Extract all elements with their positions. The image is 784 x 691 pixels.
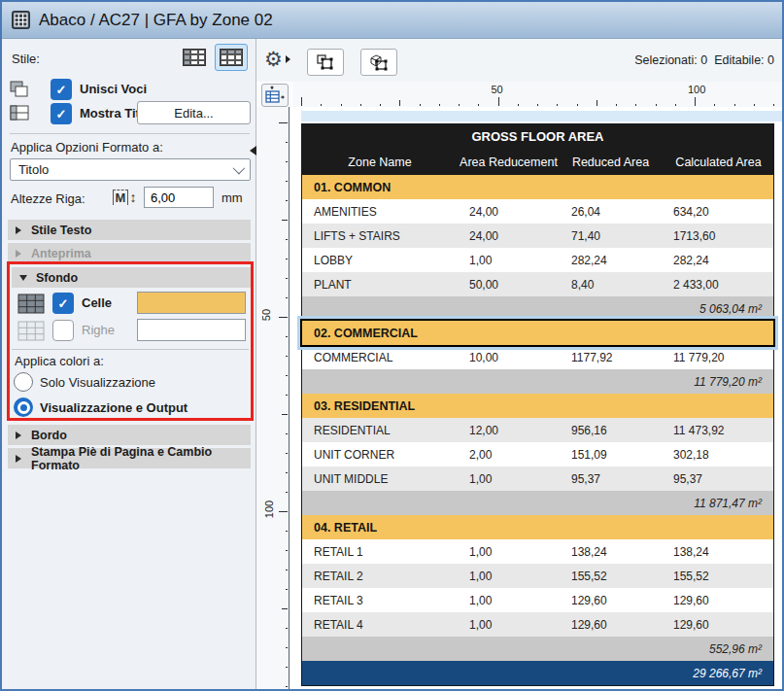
radio-display-only[interactable] — [14, 372, 33, 392]
section-footer-format[interactable]: Stampa Piè di Pagina e Cambio Formato — [8, 448, 251, 468]
ruler-tick — [399, 100, 400, 106]
cells-color-swatch[interactable] — [137, 292, 246, 314]
style-label: Stile: — [12, 52, 40, 66]
vertical-resize-icon: ↕ — [129, 190, 136, 205]
group-row[interactable]: 02. COMMERCIAL — [302, 321, 773, 345]
subtotal-cell: 11 871,47 m² — [302, 497, 773, 510]
schedule-grid-icon — [12, 11, 30, 29]
chevron-right-icon — [16, 432, 21, 439]
ruler-tick — [286, 550, 288, 551]
style-by-header-button[interactable] — [215, 44, 248, 71]
ruler-tick — [635, 104, 636, 106]
ruler-tick — [286, 356, 288, 357]
rows-color-swatch[interactable] — [137, 319, 246, 341]
cell: LOBBY — [302, 254, 458, 267]
radio-display-and-output-label: Visualizzazione e Output — [40, 400, 187, 415]
subtotal-row[interactable]: 552,96 m² — [302, 637, 773, 661]
table-row[interactable]: RESIDENTIAL12,00956,1611 473,92 — [302, 418, 773, 442]
table-header-drag-strip[interactable] — [301, 111, 782, 121]
cell: PLANT — [302, 278, 458, 292]
cell: 129,60 — [560, 594, 662, 607]
cell: AMENITIES — [302, 205, 458, 219]
ruler-tick — [286, 395, 288, 396]
ruler-tick — [286, 686, 288, 687]
cell: 282,24 — [560, 254, 662, 267]
row-height-unit: mm — [222, 190, 243, 205]
ruler-tick — [656, 104, 657, 106]
table-row[interactable]: COMMERCIAL10,001177,9211 779,20 — [302, 345, 773, 369]
ruler-tick — [282, 220, 288, 221]
marquee-3d-select-button[interactable] — [360, 49, 397, 76]
ruler-tick — [675, 104, 676, 106]
ruler-label: 50 — [260, 309, 272, 321]
apply-colors-label: Applica colori a: — [15, 354, 104, 368]
cell: 129,60 — [560, 618, 662, 632]
table-row[interactable]: LIFTS + STAIRS24,0071,401713,60 — [302, 224, 773, 248]
group-row[interactable]: 04. RETAIL — [302, 515, 773, 539]
ruler-tick — [518, 104, 519, 106]
section-border-label: Bordo — [31, 429, 67, 442]
cell: 24,00 — [458, 229, 560, 243]
settings-menu-button[interactable]: ⚙ — [264, 49, 290, 69]
column-header[interactable]: Zone Name — [302, 155, 458, 169]
row-height-input[interactable] — [144, 187, 214, 208]
rows-checkbox[interactable] — [52, 320, 74, 341]
table-row[interactable]: UNIT CORNER2,00151,09302,18 — [302, 442, 773, 466]
subtotal-row[interactable]: 11 779,20 m² — [302, 369, 773, 394]
table-row[interactable]: PLANT50,008,402 433,00 — [302, 272, 773, 296]
section-background-label: Sfondo — [36, 271, 78, 285]
style-by-column-button[interactable] — [178, 44, 211, 71]
cells-label: Celle — [82, 295, 112, 310]
subtotal-row[interactable]: 11 871,47 m² — [302, 491, 773, 515]
gear-icon: ⚙ — [264, 49, 283, 69]
cell: 2,00 — [458, 448, 560, 462]
column-header[interactable]: Area Reducement — [458, 155, 560, 169]
table-row[interactable]: AMENITIES24,0026,04634,20 — [302, 199, 773, 224]
table-row[interactable]: LOBBY1,00282,24282,24 — [302, 248, 773, 272]
ruler-tick — [286, 375, 288, 376]
edit-title-button[interactable]: Edita... — [137, 101, 251, 124]
table-row[interactable]: RETAIL 31,00129,60129,60 — [302, 588, 773, 612]
group-row[interactable]: 03. RESIDENTIAL — [302, 394, 773, 418]
column-header[interactable]: Reduced Area — [560, 155, 662, 169]
editable-count: Editabile: 0 — [714, 53, 774, 67]
radio-display-and-output[interactable] — [14, 397, 33, 417]
table-row[interactable]: RETAIL 21,00155,52155,52 — [302, 564, 773, 588]
table-resize-button[interactable] — [261, 84, 289, 107]
subtotal-cell: 11 779,20 m² — [302, 375, 773, 389]
column-header[interactable]: Calculated Area — [662, 155, 775, 169]
ruler-tick — [695, 97, 696, 106]
ruler-tick — [597, 100, 597, 106]
section-preview[interactable]: Anteprima — [8, 243, 251, 263]
cell: RESIDENTIAL — [302, 424, 458, 437]
ruler-tick — [734, 104, 735, 106]
show-title-checkbox[interactable]: ✓ — [51, 103, 72, 124]
format-target-select[interactable]: Titolo — [10, 158, 251, 181]
table-row[interactable]: RETAIL 41,00129,60129,60 — [302, 612, 773, 637]
section-background[interactable]: Sfondo — [12, 267, 251, 288]
cell: COMMERCIAL — [302, 351, 458, 364]
panel-collapse-arrow[interactable] — [250, 146, 256, 155]
ruler-tick — [380, 104, 381, 106]
vertical-ruler: 50100 — [256, 107, 290, 689]
section-border[interactable]: Bordo — [8, 425, 251, 445]
format-target-value: Titolo — [18, 162, 49, 177]
table-row[interactable]: RETAIL 11,00138,24138,24 — [302, 539, 773, 564]
row-height-mode-button[interactable]: M ↕ — [111, 187, 138, 208]
table-row[interactable]: UNIT MIDDLE1,0095,3795,37 — [302, 466, 773, 491]
subtotal-cell: 5 063,04 m² — [302, 302, 773, 316]
cells-checkbox[interactable]: ✓ — [52, 293, 74, 314]
window-title: Abaco / AC27 | GFA by Zone 02 — [39, 11, 273, 30]
cell: 2 433,00 — [662, 278, 775, 292]
marquee-select-button[interactable] — [307, 49, 344, 76]
cell: 1,00 — [458, 618, 560, 632]
merge-items-checkbox[interactable]: ✓ — [51, 79, 72, 100]
section-text-style[interactable]: Stile Testo — [8, 220, 251, 240]
cell: RETAIL 3 — [302, 594, 458, 607]
rows-label: Righe — [82, 323, 115, 337]
group-row[interactable]: 01. COMMON — [302, 175, 773, 199]
merge-items-icon — [10, 81, 29, 98]
ruler-tick — [537, 104, 538, 106]
total-row[interactable]: 29 266,67 m² — [302, 661, 773, 685]
subtotal-row[interactable]: 5 063,04 m² — [302, 296, 773, 321]
